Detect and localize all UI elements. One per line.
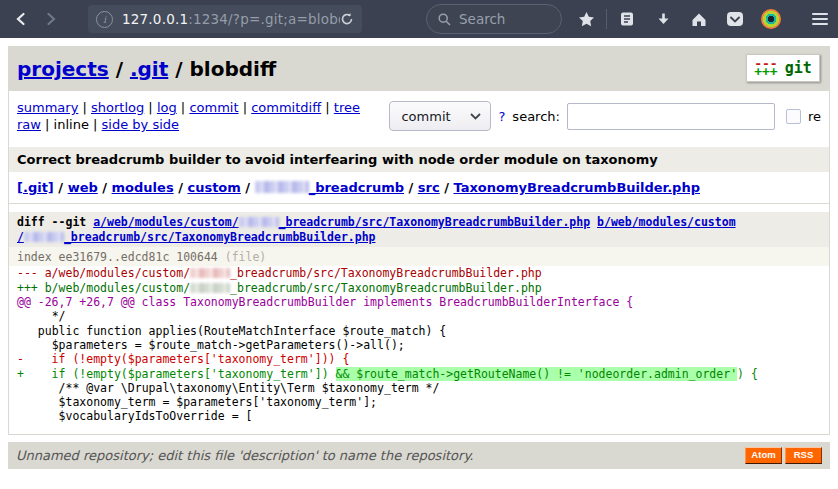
chevron-down-icon [470, 113, 481, 120]
nav-tree-link[interactable]: tree [334, 100, 360, 115]
diff-index-line: index ee31679..edcd81c 100644 (file) [9, 247, 829, 266]
search-help-link[interactable]: ? [498, 109, 505, 124]
diff-file-a-link[interactable]: a/web/modules/custom/_breadcrumb/src/Tax… [93, 215, 590, 229]
path-separator: / [404, 180, 418, 195]
redacted-text [255, 181, 309, 193]
home-icon [691, 12, 707, 27]
file-a-pre: a/web/modules/custom/ [93, 215, 238, 229]
file-b-line2-pre: / [17, 230, 24, 244]
url-bar[interactable]: i 127.0.0.1:1234/?p=.git;a=blobdiff;f= [88, 5, 362, 33]
git-logo-diff-marks: --- +++ [754, 60, 777, 76]
nav-side-by-side-link[interactable]: side by side [102, 117, 179, 132]
nav-separator: | [78, 100, 91, 115]
to-pre: +++ b/web/modules/custom/ [17, 281, 190, 295]
to-post: _breadcrumb/src/TaxonomyBreadcrumbBuilde… [230, 281, 542, 295]
path-src-link[interactable]: src [418, 180, 440, 195]
gitweb-page: projects / .git / blobdiff --- +++ git s… [8, 46, 830, 435]
back-button[interactable] [6, 4, 36, 34]
forward-button[interactable] [36, 4, 66, 34]
nav-log-link[interactable]: log [157, 100, 177, 115]
atom-feed-button[interactable]: Atom [745, 447, 782, 464]
bookmark-star-button[interactable] [568, 4, 604, 34]
pocket-button[interactable] [717, 4, 753, 34]
nav-raw-link[interactable]: raw [17, 117, 41, 132]
home-button[interactable] [681, 4, 717, 34]
star-icon [578, 11, 595, 28]
nav-inline-current: inline [54, 117, 89, 132]
search-form: commit ? search: re [389, 101, 821, 131]
index-hashes: index ee31679..edcd81c 100644 [17, 250, 218, 264]
browser-search-placeholder: Search [459, 11, 505, 27]
diff-context-line: $taxonomy_term = $parameters['taxonomy_t… [17, 395, 821, 409]
nav-summary-link[interactable]: summary [17, 100, 78, 115]
nav-commitdiff-link[interactable]: commitdiff [251, 100, 321, 115]
feed-buttons: Atom RSS [745, 447, 822, 464]
diff-chunk-header[interactable]: @@ -26,7 +26,7 @@ class TaxonomyBreadcru… [17, 295, 821, 309]
account-button[interactable] [753, 4, 789, 34]
nav-links: summary | shortlog | log | commit | comm… [17, 99, 360, 133]
page-nav: summary | shortlog | log | commit | comm… [9, 91, 829, 141]
git-logo[interactable]: --- +++ git [746, 54, 820, 82]
nav-row-views: summary | shortlog | log | commit | comm… [17, 99, 360, 116]
browser-search-bar[interactable]: Search [426, 4, 562, 34]
diff-removed-line: - if (!empty($parameters['taxonomy_term'… [17, 352, 821, 366]
download-icon [656, 12, 671, 27]
rss-feed-button[interactable]: RSS [785, 447, 822, 464]
regexp-label: re [808, 109, 821, 124]
path-separator: / [54, 180, 68, 195]
diff-context-line: /** @var \Drupal\taxonomy\Entity\Term $t… [17, 381, 821, 395]
logo-plus-row: +++ [754, 68, 777, 76]
repo-link[interactable]: .git [130, 57, 168, 81]
toolbar-icons [568, 4, 789, 34]
diff-to-file-line: +++ b/web/modules/custom/_breadcrumb/src… [17, 281, 821, 295]
url-text: 127.0.0.1:1234/?p=.git;a=blobdiff;f= [122, 11, 340, 27]
page-footer: Unnamed repository; edit this file 'desc… [8, 442, 830, 469]
path-web-link[interactable]: web [68, 180, 98, 195]
downloads-button[interactable] [645, 4, 681, 34]
search-type-value: commit [401, 109, 450, 124]
nav-commit-link[interactable]: commit [189, 100, 238, 115]
toolbar-separator [606, 9, 607, 29]
path-file-link[interactable]: TaxonomyBreadcrumbBuilder.php [453, 180, 700, 195]
redacted-text [190, 283, 230, 293]
forward-icon [44, 12, 58, 26]
nav-separator: | [321, 100, 334, 115]
reload-icon[interactable] [340, 12, 354, 26]
menu-icon[interactable] [812, 13, 828, 25]
path-separator: / [241, 180, 255, 195]
path-module-dir-link[interactable]: _breadcrumb [255, 180, 404, 195]
pocket-icon [727, 12, 743, 26]
index-note: (file) [218, 250, 266, 264]
diff-git-prefix: diff --git [17, 215, 93, 229]
page-header: projects / .git / blobdiff --- +++ git [9, 47, 829, 91]
projects-link[interactable]: projects [17, 57, 109, 81]
added-line-post: ) { [737, 367, 758, 381]
path-root-link[interactable]: [.git] [17, 180, 54, 195]
redacted-text [190, 268, 230, 278]
library-icon [619, 11, 635, 27]
search-type-select[interactable]: commit [389, 101, 491, 131]
nav-shortlog-link[interactable]: shortlog [91, 100, 144, 115]
search-icon [438, 13, 451, 26]
nav-row-formats: raw | inline | side by side [17, 116, 360, 133]
page-info-icon[interactable]: i [96, 11, 113, 28]
path-separator: / [98, 180, 112, 195]
search-input[interactable] [567, 103, 775, 130]
diff-context-line: $vocabularyIdsToOverride = [ [17, 409, 821, 423]
library-button[interactable] [609, 4, 645, 34]
file-path-breadcrumb: [.git] / web / modules / custom / _bread… [9, 172, 829, 204]
path-custom-link[interactable]: custom [187, 180, 240, 195]
nav-separator: | [41, 117, 54, 132]
diff-git-header: diff --git a/web/modules/custom/_breadcr… [9, 212, 829, 247]
repository-description: Unnamed repository; edit this file 'desc… [16, 448, 473, 463]
file-b-line1: b/web/modules/custom [597, 215, 735, 229]
path-separator: / [440, 180, 454, 195]
nav-separator: | [177, 100, 190, 115]
path-modules-link[interactable]: modules [112, 180, 174, 195]
nav-separator: | [239, 100, 252, 115]
commit-title[interactable]: Correct breadcrumb builder to avoid inte… [9, 147, 829, 172]
nav-separator: | [89, 117, 102, 132]
path-module-dir-suffix: _breadcrumb [309, 180, 404, 195]
regexp-checkbox[interactable] [786, 109, 801, 124]
redacted-text [24, 232, 64, 242]
